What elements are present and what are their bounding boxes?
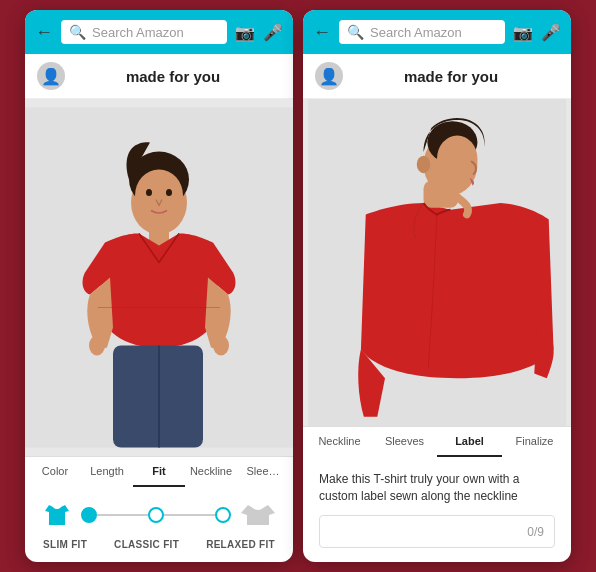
left-tab-neckline[interactable]: Neckline	[185, 457, 237, 487]
left-search-icon: 🔍	[69, 24, 86, 40]
left-camera-icon[interactable]: 📷	[235, 23, 255, 42]
svg-point-8	[166, 189, 172, 196]
right-label-description: Make this T-shirt truly your own with a …	[319, 471, 555, 505]
right-avatar[interactable]: 👤	[315, 62, 343, 90]
right-label-input[interactable]	[330, 524, 527, 539]
left-model-area	[25, 99, 293, 456]
svg-point-7	[146, 189, 152, 196]
screens-container: ← 🔍 Search Amazon 📷 🎤 👤 made for you	[15, 0, 581, 572]
left-tab-sleeves[interactable]: Slee…	[237, 457, 289, 487]
left-model-svg	[25, 99, 293, 456]
left-relaxed-label: RELAXED FIT	[206, 539, 275, 550]
right-tab-neckline[interactable]: Neckline	[307, 427, 372, 457]
left-fit-panel: SLIM FIT CLASSIC FIT RELAXED FIT	[25, 487, 293, 562]
right-search-placeholder: Search Amazon	[370, 25, 497, 40]
left-slider-line-2	[164, 514, 215, 516]
right-search-icon: 🔍	[347, 24, 364, 40]
left-tab-length[interactable]: Length	[81, 457, 133, 487]
svg-point-9	[89, 336, 105, 356]
right-label-input-wrap[interactable]: 0/9	[319, 515, 555, 548]
left-mic-icon[interactable]: 🎤	[263, 23, 283, 42]
right-tabs-nav: Neckline Sleeves Label Finalize	[303, 426, 571, 457]
left-phone-screen: ← 🔍 Search Amazon 📷 🎤 👤 made for you	[25, 10, 293, 562]
left-slim-dot[interactable]	[81, 507, 97, 523]
left-tab-fit[interactable]: Fit	[133, 457, 185, 487]
left-tabs-nav: Color Length Fit Neckline Slee…	[25, 456, 293, 487]
left-slim-label: SLIM FIT	[43, 539, 87, 550]
left-classic-dot[interactable]	[148, 507, 164, 523]
left-relaxed-fit-icon[interactable]	[239, 499, 277, 531]
right-back-button[interactable]: ←	[313, 22, 331, 43]
left-slider-row	[81, 507, 231, 523]
left-search-placeholder: Search Amazon	[92, 25, 219, 40]
right-camera-icon[interactable]: 📷	[513, 23, 533, 42]
right-search-input-wrap[interactable]: 🔍 Search Amazon	[339, 20, 505, 44]
left-search-bar: ← 🔍 Search Amazon 📷 🎤	[25, 10, 293, 54]
right-model-svg	[303, 99, 571, 426]
right-tab-label[interactable]: Label	[437, 427, 502, 457]
left-screen-title: made for you	[65, 68, 281, 85]
left-fit-label-row: SLIM FIT CLASSIC FIT RELAXED FIT	[41, 539, 277, 550]
svg-point-15	[417, 156, 430, 173]
left-fit-options	[41, 499, 277, 531]
left-classic-label: CLASSIC FIT	[114, 539, 179, 550]
left-slim-fit-icon[interactable]	[41, 499, 73, 531]
right-screen-header: 👤 made for you	[303, 54, 571, 99]
left-back-button[interactable]: ←	[35, 22, 53, 43]
right-tab-finalize[interactable]: Finalize	[502, 427, 567, 457]
left-screen-header: 👤 made for you	[25, 54, 293, 99]
right-model-area	[303, 99, 571, 426]
left-search-input-wrap[interactable]: 🔍 Search Amazon	[61, 20, 227, 44]
slim-tshirt-svg	[41, 499, 73, 531]
right-label-counter: 0/9	[527, 525, 544, 539]
right-mic-icon[interactable]: 🎤	[541, 23, 561, 42]
left-slider-line-1	[97, 514, 148, 516]
left-avatar[interactable]: 👤	[37, 62, 65, 90]
right-tab-sleeves[interactable]: Sleeves	[372, 427, 437, 457]
right-phone-screen: ← 🔍 Search Amazon 📷 🎤 👤 made for you	[303, 10, 571, 562]
svg-point-10	[213, 336, 229, 356]
right-screen-title: made for you	[343, 68, 559, 85]
relaxed-tshirt-svg	[239, 499, 277, 531]
right-label-panel: Make this T-shirt truly your own with a …	[303, 457, 571, 562]
right-search-bar: ← 🔍 Search Amazon 📷 🎤	[303, 10, 571, 54]
left-tab-color[interactable]: Color	[29, 457, 81, 487]
svg-point-16	[437, 136, 477, 182]
left-relaxed-dot[interactable]	[215, 507, 231, 523]
